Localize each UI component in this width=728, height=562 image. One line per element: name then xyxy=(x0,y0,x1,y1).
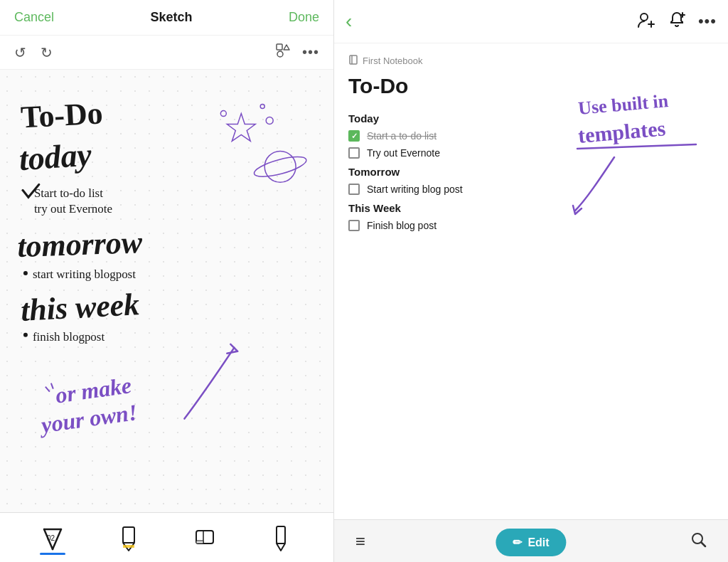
cancel-button[interactable]: Cancel xyxy=(14,10,54,25)
highlighter-tool[interactable] xyxy=(116,524,141,552)
svg-line-21 xyxy=(51,383,53,389)
note-header-right: ••• xyxy=(637,11,717,32)
svg-point-2 xyxy=(277,51,283,57)
sketch-panel: Cancel Sketch Done ↺ ↻ ••• To-Do today xyxy=(0,0,334,562)
more-options-icon[interactable]: ••• xyxy=(698,12,717,31)
checkbox-finish-blog[interactable] xyxy=(348,220,360,231)
pen-tool[interactable]: 02 xyxy=(40,524,65,552)
svg-point-16 xyxy=(264,151,296,182)
svg-point-11 xyxy=(23,333,28,337)
svg-point-17 xyxy=(252,153,308,181)
svg-point-15 xyxy=(266,117,273,124)
back-button[interactable]: ‹ xyxy=(346,10,352,33)
svg-point-8 xyxy=(23,271,28,275)
sketch-canvas[interactable]: To-Do today Start to-do list try out Eve… xyxy=(0,70,333,512)
done-button[interactable]: Done xyxy=(289,10,319,25)
todo-text-start-todo: Start a to-do list xyxy=(367,130,437,142)
svg-rect-39 xyxy=(350,55,357,64)
svg-point-14 xyxy=(260,105,264,109)
svg-point-34 xyxy=(641,14,648,21)
svg-text:02: 02 xyxy=(47,534,55,542)
checkbox-try-evernote[interactable] xyxy=(348,147,360,159)
search-icon[interactable] xyxy=(690,531,707,551)
todo-item-start-todo: Start a to-do list xyxy=(348,130,714,142)
svg-text:today: today xyxy=(18,136,93,177)
todo-text-blog-post: Start writing blog post xyxy=(367,184,463,195)
notebook-name: First Notebook xyxy=(363,55,423,66)
note-panel: ‹ ••• xyxy=(334,0,728,562)
add-contact-icon[interactable] xyxy=(637,11,655,32)
checkbox-blog-post[interactable] xyxy=(348,184,360,195)
todo-item-blog-post: Start writing blog post xyxy=(348,184,714,195)
svg-rect-26 xyxy=(123,527,134,543)
svg-marker-1 xyxy=(284,45,289,50)
section-tomorrow-heading: Tomorrow xyxy=(348,166,714,178)
edit-label: Edit xyxy=(528,536,549,549)
edit-pencil-icon: ✏ xyxy=(513,536,522,549)
note-header-left: ‹ xyxy=(346,10,352,33)
sketch-toolbar: ↺ ↻ ••• xyxy=(0,36,333,70)
checkbox-start-todo[interactable] xyxy=(348,130,360,142)
svg-text:Start to-do list: Start to-do list xyxy=(34,186,103,200)
add-reminder-icon[interactable] xyxy=(668,11,685,32)
svg-text:your own!: your own! xyxy=(37,400,139,438)
svg-line-20 xyxy=(46,387,50,392)
section-this-week-heading: This Week xyxy=(348,202,714,214)
svg-rect-28 xyxy=(123,545,134,548)
svg-text:finish blogpost: finish blogpost xyxy=(33,330,105,344)
hamburger-menu-icon[interactable]: ≡ xyxy=(355,531,365,551)
svg-rect-31 xyxy=(196,541,203,544)
svg-text:start writing blogpost: start writing blogpost xyxy=(33,267,136,281)
more-options-icon[interactable]: ••• xyxy=(302,44,319,60)
notebook-label: First Notebook xyxy=(348,55,714,67)
sketch-header: Cancel Sketch Done xyxy=(0,0,333,36)
note-body: First Notebook To-Do Today Start a to-do… xyxy=(334,43,728,519)
todo-item-try-evernote: Try out Evernote xyxy=(348,147,714,159)
notebook-icon xyxy=(348,55,358,67)
note-title: To-Do xyxy=(348,74,714,98)
svg-line-45 xyxy=(702,543,706,547)
eraser-tool[interactable] xyxy=(192,524,218,552)
note-bottom-bar: ≡ ✏ Edit xyxy=(334,519,728,562)
svg-point-13 xyxy=(220,111,226,117)
sketch-bottom-toolbar: 02 xyxy=(0,512,333,562)
todo-text-finish-blog: Finish blog post xyxy=(367,220,437,231)
shapes-icon[interactable] xyxy=(275,43,291,62)
toolbar-right: ••• xyxy=(275,43,319,62)
svg-rect-32 xyxy=(277,526,285,544)
todo-item-finish-blog: Finish blog post xyxy=(348,220,714,231)
svg-text:tomorrow: tomorrow xyxy=(17,225,144,263)
svg-text:To-Do: To-Do xyxy=(20,96,104,134)
note-header: ‹ ••• xyxy=(334,0,728,43)
todo-text-try-evernote: Try out Evernote xyxy=(367,147,440,159)
svg-rect-0 xyxy=(277,44,282,50)
sketch-title: Sketch xyxy=(150,10,192,25)
marker-tool[interactable] xyxy=(268,524,294,552)
svg-text:try out Evernote: try out Evernote xyxy=(34,202,112,216)
redo-icon[interactable]: ↻ xyxy=(41,44,53,61)
section-today-heading: Today xyxy=(348,112,714,124)
edit-button[interactable]: ✏ Edit xyxy=(496,529,566,556)
svg-marker-33 xyxy=(277,544,285,551)
svg-text:this week: this week xyxy=(20,287,140,327)
undo-icon[interactable]: ↺ xyxy=(14,44,26,61)
